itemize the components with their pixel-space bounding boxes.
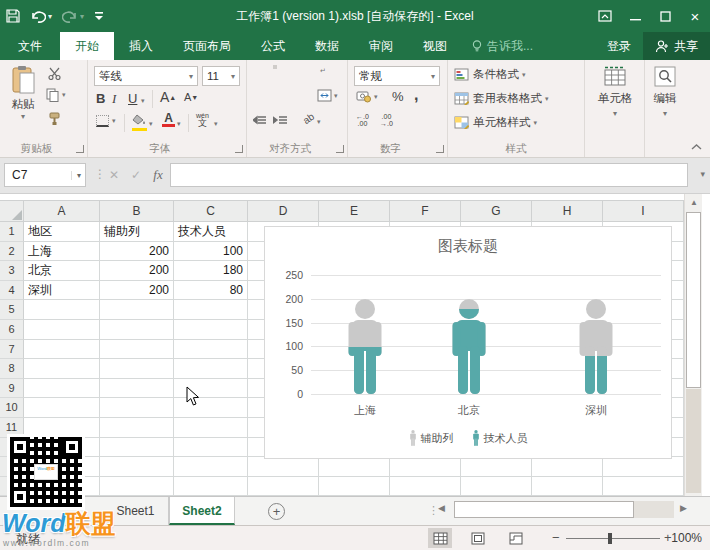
column-header-B[interactable]: B xyxy=(100,200,174,222)
cell[interactable] xyxy=(100,457,174,477)
paste-dropdown-icon[interactable]: ▾ xyxy=(4,112,42,121)
row-header[interactable]: 8 xyxy=(0,359,24,379)
cell[interactable] xyxy=(532,477,603,497)
cell[interactable] xyxy=(24,300,100,320)
vertical-scroll-track[interactable] xyxy=(686,389,701,493)
cell[interactable] xyxy=(100,359,174,379)
cell[interactable] xyxy=(248,457,319,477)
insert-function-button[interactable]: fx xyxy=(148,163,168,187)
row-header[interactable]: 9 xyxy=(0,379,24,399)
cell[interactable] xyxy=(603,477,684,497)
cell[interactable] xyxy=(248,477,319,497)
cell[interactable] xyxy=(24,398,100,418)
minimize-button[interactable] xyxy=(620,0,650,32)
cell[interactable] xyxy=(24,379,100,399)
cell[interactable] xyxy=(100,438,174,458)
tell-me-box[interactable]: 告诉我... xyxy=(462,32,543,60)
cell[interactable] xyxy=(174,320,248,340)
row-header[interactable]: 1 xyxy=(0,222,24,242)
cell[interactable] xyxy=(603,457,684,477)
underline-button[interactable]: U xyxy=(128,91,137,106)
row-header[interactable]: 5 xyxy=(0,300,24,320)
people-chart[interactable]: 图表标题 050100150200250上海北京深圳 辅助列技术人员 xyxy=(264,226,672,459)
cell[interactable]: 200 xyxy=(100,242,174,262)
font-color-dropdown-icon[interactable]: ▾ xyxy=(177,120,181,128)
cell[interactable]: 深圳 xyxy=(24,281,100,301)
accounting-format-button[interactable]: ▾ xyxy=(356,90,378,103)
font-color-button[interactable]: A xyxy=(162,112,175,127)
tab-审阅[interactable]: 审阅 xyxy=(354,32,408,60)
horizontal-scroll-thumb[interactable] xyxy=(454,501,634,518)
select-all-corner[interactable] xyxy=(0,200,24,222)
align-right-button[interactable] xyxy=(295,91,299,105)
enter-button[interactable]: ✓ xyxy=(126,163,146,187)
column-header-E[interactable]: E xyxy=(319,200,390,222)
scroll-left-icon[interactable]: ◀ xyxy=(438,503,445,513)
alignment-dialog-launcher[interactable] xyxy=(336,145,344,153)
cell[interactable] xyxy=(100,320,174,340)
decrease-indent-button[interactable] xyxy=(253,115,267,127)
sheet-tab-Sheet2[interactable]: Sheet2 xyxy=(169,497,235,525)
zoom-slider-track[interactable] xyxy=(566,538,660,539)
column-header-I[interactable]: I xyxy=(603,200,684,222)
number-dialog-launcher[interactable] xyxy=(436,145,444,153)
cell[interactable] xyxy=(461,457,532,477)
copy-button[interactable]: ▾ xyxy=(46,88,66,102)
phonetic-dropdown-icon[interactable]: ▾ xyxy=(214,120,218,128)
cell[interactable]: 200 xyxy=(100,261,174,281)
bold-button[interactable]: B xyxy=(96,91,105,106)
cell[interactable] xyxy=(174,438,248,458)
increase-decimal-button[interactable]: ←.0.00 xyxy=(356,113,369,127)
cell[interactable] xyxy=(100,300,174,320)
paste-button[interactable]: 粘贴 ▾ xyxy=(4,65,42,137)
vertical-scrollbar[interactable]: ▲ ▼ xyxy=(684,194,702,512)
format-painter-button[interactable] xyxy=(48,112,61,126)
zoom-level[interactable]: 100% xyxy=(671,531,702,545)
cell[interactable] xyxy=(24,320,100,340)
orientation-dropdown-icon[interactable]: ▾ xyxy=(317,118,321,126)
row-header[interactable]: 10 xyxy=(0,398,24,418)
cell[interactable] xyxy=(24,359,100,379)
orientation-button[interactable]: ab xyxy=(301,111,316,126)
cells-dropdown-icon[interactable]: ▾ xyxy=(585,109,645,118)
cell[interactable]: 200 xyxy=(100,281,174,301)
cell[interactable]: 辅助列 xyxy=(100,222,174,242)
cell[interactable]: 北京 xyxy=(24,261,100,281)
cell[interactable] xyxy=(174,418,248,438)
font-name-select[interactable]: 等线▾ xyxy=(94,66,198,86)
tab-视图[interactable]: 视图 xyxy=(408,32,462,60)
scroll-right-icon[interactable]: ▶ xyxy=(680,503,687,513)
cell-styles-button[interactable]: 单元格样式 ▾ xyxy=(454,115,537,130)
cancel-button[interactable]: ✕ xyxy=(104,163,124,187)
cell[interactable] xyxy=(100,398,174,418)
tab-插入[interactable]: 插入 xyxy=(114,32,168,60)
underline-dropdown-icon[interactable]: ▾ xyxy=(141,97,145,105)
row-header[interactable]: 2 xyxy=(0,242,24,262)
merge-dropdown-icon[interactable]: ▾ xyxy=(334,92,338,100)
expand-formula-bar-icon[interactable]: ▾ xyxy=(700,169,705,179)
shrink-font-button[interactable]: A▼ xyxy=(184,91,198,103)
column-header-D[interactable]: D xyxy=(248,200,319,222)
cell[interactable]: 100 xyxy=(174,242,248,262)
close-button[interactable]: × xyxy=(680,0,710,32)
merge-center-button[interactable]: ▾ xyxy=(317,89,338,102)
cell[interactable] xyxy=(390,457,461,477)
zoom-out-button[interactable]: − xyxy=(552,530,560,545)
cell[interactable] xyxy=(174,359,248,379)
cut-button[interactable] xyxy=(48,67,62,80)
sign-in-button[interactable]: 登录 xyxy=(595,32,643,60)
clipboard-dialog-launcher[interactable] xyxy=(76,145,84,153)
borders-dropdown-icon[interactable]: ▾ xyxy=(112,117,116,125)
accounting-dropdown-icon[interactable]: ▾ xyxy=(374,93,378,101)
font-size-select[interactable]: 11▾ xyxy=(202,66,240,86)
horizontal-scroll-track[interactable] xyxy=(634,501,674,518)
page-break-view-button[interactable] xyxy=(504,528,528,548)
cell[interactable] xyxy=(319,477,390,497)
name-box-dropdown-icon[interactable]: ▾ xyxy=(71,171,81,180)
cell[interactable]: 上海 xyxy=(24,242,100,262)
fill-color-dropdown-icon[interactable]: ▾ xyxy=(149,120,153,128)
maximize-button[interactable] xyxy=(650,0,680,32)
new-sheet-button[interactable]: + xyxy=(268,503,285,520)
editing-button[interactable]: 编辑 ▾ xyxy=(645,66,685,118)
zoom-slider-thumb[interactable] xyxy=(608,533,612,544)
